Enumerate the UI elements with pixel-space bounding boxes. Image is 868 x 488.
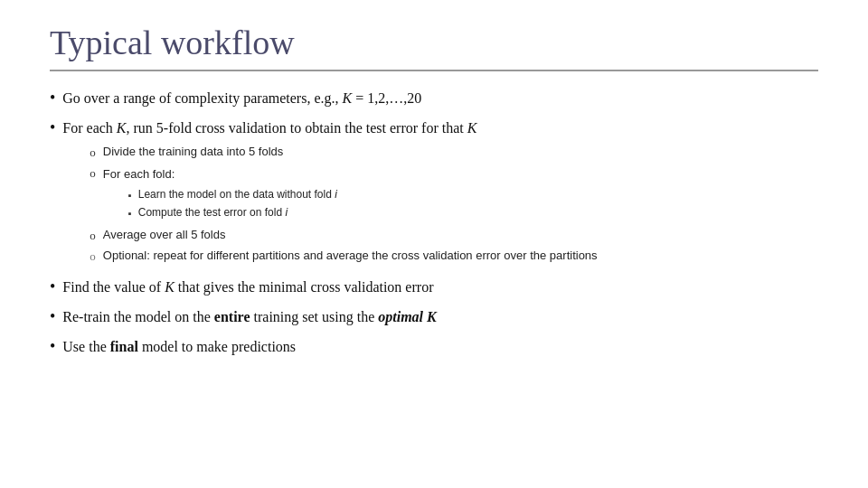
sub-4-dot: o	[90, 248, 96, 266]
slide-title: Typical workflow	[50, 23, 818, 62]
sub-item-2: o For each fold: ▪ Learn the model on th…	[90, 164, 597, 223]
bullet-1-text: Go over a range of complexity parameters…	[62, 88, 421, 109]
content-area: • Go over a range of complexity paramete…	[50, 88, 818, 359]
bullet-4-text: Re-train the model on the entire trainin…	[62, 306, 436, 328]
sub-sub-1-dot: ▪	[128, 188, 132, 203]
bullet-2-content: For each K, run 5-fold cross validation …	[62, 117, 597, 269]
bullet-4-dot: •	[50, 305, 55, 329]
bullet-2-sublist: o Divide the training data into 5 folds …	[90, 143, 597, 266]
bullet-4: • Re-train the model on the entire train…	[50, 306, 818, 329]
sub-1-dot: o	[90, 144, 96, 162]
sub-3-text: Average over all 5 folds	[103, 226, 226, 244]
bullet-3-text: Find the value of K that gives the minim…	[62, 277, 433, 298]
sub-item-3: o Average over all 5 folds	[90, 226, 597, 245]
title-divider	[50, 70, 818, 71]
sub-sub-2-text: Compute the test error on fold i	[138, 204, 288, 221]
bullet-3: • Find the value of K that gives the min…	[50, 277, 818, 299]
sub-2-dot: o	[90, 164, 96, 183]
bullet-2: • For each K, run 5-fold cross validatio…	[50, 117, 818, 269]
sub-4-text: Optional: repeat for different partition…	[103, 247, 598, 265]
bullet-5: • Use the final model to make prediction…	[50, 336, 818, 359]
sub-sub-2-dot: ▪	[128, 206, 132, 221]
sub-2-content: For each fold: ▪ Learn the model on the …	[103, 164, 337, 223]
sub-item-1: o Divide the training data into 5 folds	[90, 143, 597, 162]
sub-item-4: o Optional: repeat for different partiti…	[90, 247, 597, 266]
bullet-1: • Go over a range of complexity paramete…	[50, 88, 818, 110]
slide: Typical workflow • Go over a range of co…	[0, 0, 868, 488]
sub-1-text: Divide the training data into 5 folds	[103, 143, 283, 161]
sub-3-dot: o	[90, 227, 96, 245]
bullet-1-dot: •	[50, 86, 55, 110]
sub-sub-1-text: Learn the model on the data without fold…	[138, 186, 337, 202]
bullet-2-text: For each K, run 5-fold cross validation …	[62, 120, 476, 136]
sub-sub-item-2: ▪ Compute the test error on fold i	[128, 204, 337, 221]
sub-sub-item-1: ▪ Learn the model on the data without fo…	[128, 186, 337, 203]
bullet-5-dot: •	[50, 334, 55, 359]
bullet-2-dot: •	[50, 116, 55, 140]
sub-sub-list: ▪ Learn the model on the data without fo…	[128, 186, 337, 221]
bullet-5-text: Use the final model to make predictions	[62, 336, 296, 358]
sub-2-text: For each fold:	[103, 167, 175, 181]
bullet-3-dot: •	[50, 275, 55, 299]
